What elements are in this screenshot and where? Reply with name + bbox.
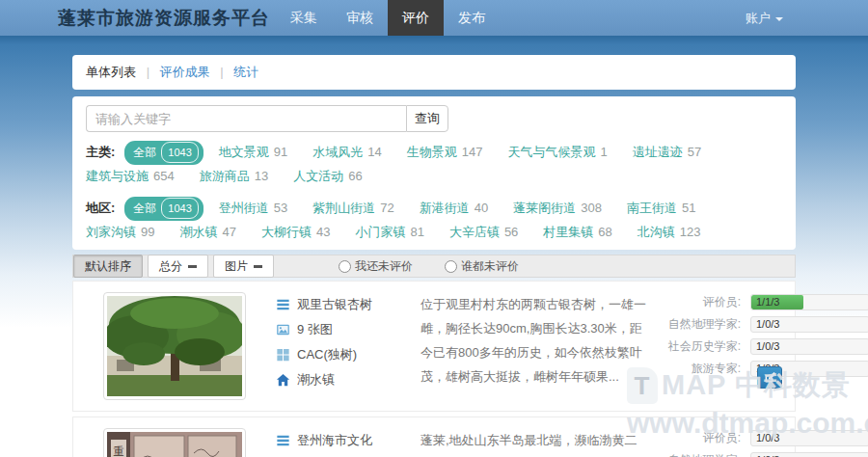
filter-option-count: 81 xyxy=(410,225,423,239)
filter-option[interactable]: 旅游商品13 xyxy=(200,165,268,188)
filter-option[interactable]: 人文活动66 xyxy=(293,165,362,188)
radio-not-rated-by-me[interactable]: 我还未评价 xyxy=(339,258,413,275)
radio-icon xyxy=(445,260,457,273)
tabs-card: 单体列表 | 评价成果 | 统计 xyxy=(72,55,796,90)
item-town-row: 潮水镇 xyxy=(276,367,419,392)
nav-item-review[interactable]: 审核 xyxy=(332,0,388,36)
filter-option-name: 地文景观 xyxy=(219,145,269,159)
tab-separator: | xyxy=(220,65,223,79)
nav-item-collect[interactable]: 采集 xyxy=(276,0,332,36)
edit-button[interactable] xyxy=(757,366,782,389)
filter-option[interactable]: 建筑与设施654 xyxy=(86,165,175,188)
filter-option[interactable]: 刘家沟镇99 xyxy=(86,221,154,244)
filter-option[interactable]: 天气与气候景观1 xyxy=(507,141,607,164)
sort-dash-icon xyxy=(188,265,197,268)
rating-bar: 1/0/3 xyxy=(750,452,868,457)
item-description: 蓬莱,地处山东半岛最北端，濒临渤黄二海，海岸线总长度为59.26公里，依山傍水，… xyxy=(420,428,650,457)
tab-entity-list[interactable]: 单体列表 xyxy=(86,65,136,79)
filter-option[interactable]: 生物景观147 xyxy=(407,141,483,164)
nav-item-evaluate[interactable]: 评价 xyxy=(388,0,444,36)
rating-label: 社会历史学家: xyxy=(650,338,750,355)
tab-evaluation-results[interactable]: 评价成果 xyxy=(160,65,210,79)
filter-option[interactable]: 小门家镇81 xyxy=(355,221,423,244)
filter-option[interactable]: 地文景观91 xyxy=(219,141,287,164)
filter-option-count: 654 xyxy=(153,169,175,183)
rating-label: 自然地理学家: xyxy=(650,452,750,457)
page: 蓬莱市旅游资源服务平台 采集 审核 评价 发布 账户 单体列表 | 评价成果 |… xyxy=(0,0,868,457)
badge-all-label: 全部 xyxy=(133,146,156,159)
filter-option[interactable]: 蓬莱阁街道308 xyxy=(513,197,602,220)
list-item: 重 修 蓬 莱 登州海市文化 xyxy=(72,417,796,457)
search-button[interactable]: 查询 xyxy=(406,105,448,132)
sort-button-label: 图片 xyxy=(225,256,248,276)
filter-option[interactable]: 水域风光14 xyxy=(312,141,381,164)
filter-option-name: 潮水镇 xyxy=(179,225,217,239)
image-icon xyxy=(276,323,290,336)
filter-option[interactable]: 南王街道51 xyxy=(627,197,695,220)
rating-label: 自然地理学家: xyxy=(650,316,750,333)
caret-down-icon xyxy=(775,17,783,21)
tab-statistics[interactable]: 统计 xyxy=(233,65,258,79)
filter-option-name: 旅游商品 xyxy=(200,169,250,183)
filter-option[interactable]: 遗址遗迹57 xyxy=(633,141,701,164)
filter-option-name: 天气与气候景观 xyxy=(507,145,595,159)
filter-option-name: 登州街道 xyxy=(219,201,269,215)
filter-option-name: 人文活动 xyxy=(293,169,343,183)
item-title: 登州海市文化 xyxy=(297,432,372,449)
rating-value: 1/0/3 xyxy=(756,317,779,332)
list-item: 观里古银杏树 9 张图 CAC(独树) 潮水镇 位于观里村村东的两颗古银杏树，一… xyxy=(72,281,796,412)
filter-category-all-badge[interactable]: 全部1043 xyxy=(124,141,203,165)
filter-option-name: 蓬莱阁街道 xyxy=(513,201,576,215)
item-image-count: 9 张图 xyxy=(297,321,333,338)
account-label: 账户 xyxy=(746,11,771,25)
filter-option[interactable]: 村里集镇68 xyxy=(543,221,611,244)
content-container: 单体列表 | 评价成果 | 统计 查询 主类:全部1043地文景观91水域风光1… xyxy=(72,55,796,457)
sort-image-button[interactable]: 图片 xyxy=(213,255,274,278)
account-menu[interactable]: 账户 xyxy=(746,0,783,36)
item-thumbnail[interactable] xyxy=(103,292,246,400)
sort-button-label: 总分 xyxy=(159,256,182,276)
badge-all-count: 1043 xyxy=(161,142,198,163)
search-input[interactable] xyxy=(86,105,406,132)
rating-label: 评价员: xyxy=(650,294,750,310)
main-nav: 采集 审核 评价 发布 xyxy=(276,0,500,36)
item-title-row[interactable]: 登州海市文化 xyxy=(276,428,419,453)
sort-score-button[interactable]: 总分 xyxy=(148,255,208,278)
filter-option-name: 大柳行镇 xyxy=(261,225,312,239)
item-info: 登州海市文化 3 张图 HBB(文学艺术作品) 蓬莱阁街道 xyxy=(276,428,419,457)
filter-option[interactable]: 大柳行镇43 xyxy=(261,221,330,244)
tab-separator: | xyxy=(147,65,149,79)
filter-option-count: 308 xyxy=(581,201,602,215)
item-category-code: CAC(独树) xyxy=(297,346,357,363)
nav-item-publish[interactable]: 发布 xyxy=(444,0,500,36)
filter-option[interactable]: 潮水镇47 xyxy=(179,221,235,244)
item-thumbnail[interactable]: 重 修 蓬 莱 xyxy=(103,428,246,457)
sort-dash-icon xyxy=(254,265,262,268)
filter-option-name: 建筑与设施 xyxy=(86,169,149,183)
badge-all-count: 1043 xyxy=(161,198,198,219)
item-title: 观里古银杏树 xyxy=(297,296,372,313)
filter-option-count: 51 xyxy=(682,201,695,215)
filter-option-count: 66 xyxy=(348,169,362,183)
filter-region-all-badge[interactable]: 全部1043 xyxy=(124,197,203,221)
filter-option-name: 水域风光 xyxy=(312,145,363,159)
app-title[interactable]: 蓬莱市旅游资源服务平台 xyxy=(58,0,270,36)
list-icon xyxy=(276,434,290,447)
filter-option-count: 68 xyxy=(598,225,611,239)
filter-label-region: 地区: xyxy=(86,201,115,215)
radio-not-rated-by-anyone[interactable]: 谁都未评价 xyxy=(445,258,519,275)
filter-option[interactable]: 紫荆山街道72 xyxy=(312,197,393,220)
filter-option-name: 刘家沟镇 xyxy=(86,225,136,239)
filter-option[interactable]: 登州街道53 xyxy=(219,197,287,220)
item-town: 潮水镇 xyxy=(297,371,335,389)
filter-option-count: 56 xyxy=(504,225,518,239)
filter-option[interactable]: 新港街道40 xyxy=(420,197,488,220)
filter-option[interactable]: 大辛店镇56 xyxy=(449,221,518,244)
filter-option-name: 紫荆山街道 xyxy=(312,201,375,215)
item-title-row[interactable]: 观里古银杏树 xyxy=(276,292,419,317)
rating-row: 自然地理学家: 1/0/3 xyxy=(650,452,868,457)
filter-option-count: 14 xyxy=(367,145,381,159)
sort-bar: 默认排序 总分 图片 我还未评价 谁都未评价 xyxy=(72,255,796,278)
sort-default-button[interactable]: 默认排序 xyxy=(73,255,143,278)
filter-option[interactable]: 北沟镇123 xyxy=(637,221,701,244)
